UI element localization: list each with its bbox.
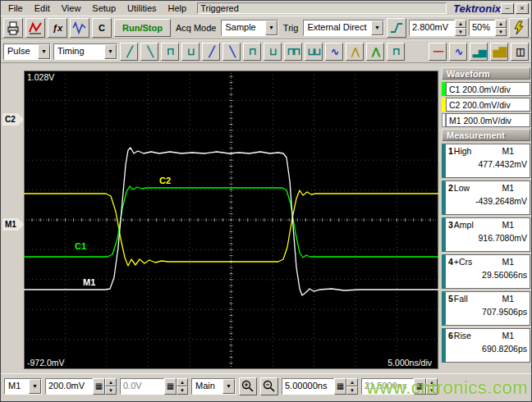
measurement-source: M1 [502,257,514,267]
measurement-row[interactable]: 3AmplM1 916.7080mV [442,217,530,252]
rise-time-icon[interactable]: ╱ [202,43,220,61]
fall-edge-icon[interactable]: ╲ [140,43,158,61]
acq-mode-label: Acq Mode [173,23,219,33]
trig-level-spinner[interactable]: 2.800mV [409,20,466,36]
channel-marker-c2[interactable]: C2 [2,113,24,126]
frequency-icon[interactable]: ⊔⊔ [305,43,323,61]
acq-mode-select[interactable]: Sample [221,20,277,36]
chevron-down-icon[interactable] [38,44,50,59]
spin-up-icon[interactable] [495,20,507,28]
channel-row-c2[interactable]: C2 200.0mV/div [442,98,530,112]
vertical-scale-value[interactable]: 200.0mV [45,378,93,395]
horizontal-scale-value[interactable]: 5.00000ns [282,378,334,395]
waveform-view-icon[interactable]: ∿ [449,43,467,61]
print-icon[interactable] [3,18,23,38]
vertical-offset-spinner[interactable]: 0.0V [120,378,188,395]
timebase-view-select[interactable]: Main [191,378,236,395]
spin-up-icon[interactable] [105,378,117,386]
measurement-row[interactable]: 5FallM1 707.9506ps [442,291,530,326]
zoom-out-icon[interactable] [260,377,278,395]
window-buttons: − × [501,3,531,14]
oscilloscope-window: File Edit View Setup Utilities Help Trig… [0,0,532,402]
chevron-down-icon[interactable] [265,21,277,35]
chevron-down-icon[interactable] [104,44,117,59]
mask-test-icon[interactable] [25,18,45,38]
menu-help[interactable]: Help [163,2,193,14]
measurement-row[interactable]: 1HighM1 477.4432mV [442,144,530,178]
menu-utilities[interactable]: Utilities [122,2,162,14]
eye-diagram-icon[interactable]: ▂▅ [470,43,488,61]
math-icon[interactable]: ƒx [48,18,67,38]
burst-icon[interactable]: ∿ [325,43,343,61]
neg-pulse-icon[interactable]: ⊔ [181,43,200,61]
trig-source-select[interactable]: External Direct [303,20,384,36]
measurement-value: 477.4432mV [448,159,527,169]
neg-width-icon[interactable]: ⊔ [264,43,282,61]
spin-up-icon[interactable] [346,378,358,386]
graticule[interactable]: 1.028V -972.0mV 5.000ns/div C2 C1 M1 [24,71,438,369]
chevron-down-icon[interactable] [222,379,235,394]
spin-down-icon[interactable] [495,28,507,36]
trig-slope-icon[interactable] [387,18,406,38]
trig-label: Trig [281,23,301,33]
measurement-row[interactable]: 2LowM1 -439.2648mV [442,180,530,215]
measurement-name: Rise [454,331,471,340]
keypad-icon[interactable] [164,378,177,395]
intensity-value[interactable]: 50% [469,20,495,36]
spin-up-icon[interactable] [177,378,188,386]
waveform-header: Waveform [442,67,530,80]
toolbar-main: ƒx C Run/Stop Acq Mode Sample Trig Exter… [1,16,531,39]
spin-down-icon[interactable] [105,386,117,395]
measurement-row[interactable]: 6RiseM1 690.8206ps [442,328,530,363]
acq-mode-value: Sample [222,21,259,35]
watermark: www.cntronics.com [366,377,528,399]
peak-green-icon[interactable]: ⋀ [366,43,384,61]
measurement-source: M1 [502,146,514,156]
measure-type-select[interactable]: Timing [53,43,117,60]
zoom-in-icon[interactable] [239,377,257,395]
gate-icon[interactable]: ⊓ [387,43,405,61]
pos-width-icon[interactable]: ⊓ [243,43,261,61]
channel-row-m1[interactable]: M1 200.0mV/div [442,113,530,127]
fall-time-icon[interactable]: ╲ [222,43,241,61]
period-icon[interactable]: ⊓⊓ [284,43,302,61]
measurement-index: 6 [448,331,453,340]
run-stop-button[interactable]: Run/Stop [114,19,171,37]
chevron-down-icon[interactable] [29,379,41,394]
horizontal-scale-spinner[interactable]: 5.00000ns [282,378,358,395]
cursor-lines-icon[interactable]: ┄┄ [429,43,447,61]
peak-yellow-icon[interactable]: ⋀ [346,43,364,61]
rise-edge-icon[interactable]: ╱ [120,43,138,61]
measurement-header: Measurement [442,129,530,141]
measurement-index: 3 [448,220,453,230]
chevron-down-icon[interactable] [371,21,383,35]
spin-down-icon[interactable] [346,386,358,395]
clear-data-icon[interactable]: C [92,18,112,38]
trig-level-value[interactable]: 2.800mV [409,20,455,36]
measurement-name: High [454,146,472,156]
channel-row-c1[interactable]: C1 200.0mV/div [442,82,530,96]
spin-down-icon[interactable] [455,28,466,36]
waveform-tool-icon[interactable] [70,18,89,38]
split-view-icon[interactable]: ◫ [511,43,529,61]
keypad-icon[interactable] [93,378,105,395]
channel-marker-m1[interactable]: M1 [2,218,24,231]
measure-category-select[interactable]: Pulse [3,43,51,60]
pos-pulse-icon[interactable]: ⊓ [161,43,179,61]
menu-view[interactable]: View [56,2,87,14]
spin-up-icon[interactable] [455,20,466,28]
channel-select[interactable]: M1 [4,378,42,395]
menu-setup[interactable]: Setup [86,2,122,14]
vertical-scale-spinner[interactable]: 200.0mV [45,378,117,395]
intensity-spinner[interactable]: 50% [469,20,507,36]
lightning-icon[interactable] [509,18,529,38]
minimize-button[interactable]: − [501,3,514,14]
menu-edit[interactable]: Edit [29,2,56,14]
keypad-icon[interactable] [334,378,346,395]
trace-label-c1: C1 [75,241,86,251]
close-button[interactable]: × [516,3,529,14]
histogram-icon[interactable]: ▅▇ [490,43,508,61]
spin-down-icon[interactable] [177,386,188,395]
measurement-row[interactable]: 4+CrsM1 29.56066ns [442,254,530,289]
menu-file[interactable]: File [2,2,29,14]
